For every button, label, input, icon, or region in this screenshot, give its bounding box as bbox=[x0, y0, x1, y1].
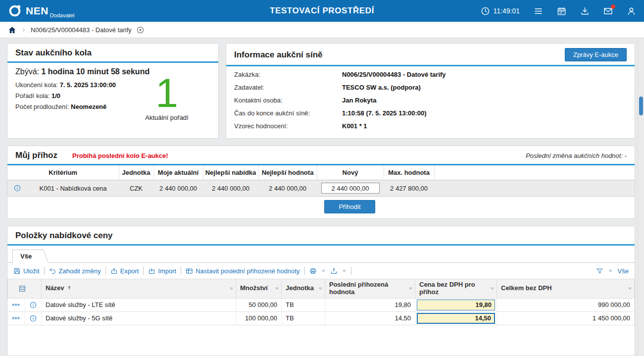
view-filter-label[interactable]: Vše bbox=[618, 267, 629, 275]
col-my-current: Moje aktuální bbox=[153, 165, 203, 180]
item-name: Datové služby - 5G sítě bbox=[42, 311, 236, 325]
toolbar-separator bbox=[44, 267, 45, 275]
filter-caret-icon[interactable] bbox=[275, 286, 279, 291]
last-change-note: Poslední změna aukčních hodnot: - bbox=[526, 152, 627, 159]
price-items-table: Název Množství Jednotka Poslední př bbox=[7, 279, 635, 325]
col-last-bid-value[interactable]: Poslední přihozená hodnota bbox=[325, 279, 415, 299]
batch-actions-icon[interactable] bbox=[8, 279, 42, 299]
col-price-excl-vat[interactable]: Cena bez DPH pro příhoz bbox=[415, 279, 497, 299]
row-menu-icon[interactable] bbox=[8, 311, 25, 325]
panel-title: Stav aukčního kola bbox=[15, 48, 92, 58]
auction-round-status-panel: Stav aukčního kola Zbývá: 1 hodina 10 mi… bbox=[7, 43, 219, 139]
bid-row: K001 - Nabídková cena CZK 2 440 000,00 2… bbox=[7, 180, 635, 197]
item-price-input[interactable] bbox=[417, 300, 495, 310]
new-bid-input[interactable] bbox=[321, 183, 380, 194]
contact-person-field: Kontaktní osoba: Jan Rokyta bbox=[234, 97, 627, 104]
toolbar-separator bbox=[304, 267, 305, 275]
auction-room-info-panel: Informace aukční síně Zprávy E-aukce Zak… bbox=[226, 43, 635, 139]
save-button[interactable]: Uložit bbox=[13, 267, 40, 275]
panel-title: Informace aukční síně bbox=[234, 50, 323, 60]
calendar-icon[interactable] bbox=[557, 6, 566, 16]
app-header: NEN Dodavatel TESTOVACÍ PROSTŘEDÍ 11:49:… bbox=[0, 0, 644, 22]
filter-icon[interactable] bbox=[596, 267, 603, 275]
filter-caret-icon[interactable] bbox=[628, 286, 632, 291]
evaluation-formula-field: Vzorec hodnocení: K001 * 1 bbox=[234, 122, 627, 130]
item-total: 990 000,00 bbox=[497, 298, 635, 311]
clock-icon bbox=[481, 6, 490, 16]
filter-caret-icon[interactable] bbox=[318, 286, 323, 291]
col-new: Nový bbox=[317, 165, 384, 180]
panel-title: Můj příhoz bbox=[15, 151, 57, 160]
mail-icon[interactable] bbox=[603, 6, 613, 16]
item-last-value: 19,80 bbox=[325, 298, 415, 311]
info-icon[interactable] bbox=[25, 298, 42, 311]
place-bid-button[interactable]: Přihodit bbox=[324, 200, 375, 213]
server-time: 11:49:01 bbox=[494, 7, 520, 15]
export-button[interactable]: Export bbox=[110, 267, 139, 275]
items-tab-row: Vše bbox=[7, 246, 635, 263]
contracting-authority-field: Zadavatel: TESCO SW a.s. (podpora) bbox=[234, 84, 627, 91]
toolbar-separator bbox=[143, 267, 144, 275]
current-rank: 1 Aktuální pořadí bbox=[127, 74, 206, 121]
item-price-input[interactable] bbox=[417, 313, 495, 324]
nen-logo-icon bbox=[8, 4, 22, 18]
tab-all[interactable]: Vše bbox=[12, 250, 42, 263]
user-icon[interactable] bbox=[627, 6, 636, 16]
brand-name: NEN bbox=[26, 6, 49, 16]
info-icon[interactable] bbox=[25, 311, 42, 325]
bid-max-value: 2 427 800,00 bbox=[384, 180, 434, 197]
item-quantity: 50 000,00 bbox=[236, 298, 282, 311]
table-row: Datové služby - LTE sítě 50 000,00 TB 19… bbox=[8, 298, 635, 311]
col-quantity[interactable]: Množství bbox=[236, 279, 282, 299]
col-name[interactable]: Název bbox=[42, 279, 236, 299]
bid-best-value: 2 440 000,00 bbox=[258, 180, 317, 197]
info-icon[interactable] bbox=[7, 180, 27, 197]
view-dropdown-icon[interactable] bbox=[608, 269, 613, 273]
current-rank-value: 1 bbox=[127, 74, 206, 112]
item-total: 1 450 000,00 bbox=[497, 311, 635, 325]
row-menu-icon[interactable] bbox=[8, 298, 25, 311]
breadcrumb: N006/25/V00004483 - Datové tarify bbox=[0, 22, 644, 38]
print-button[interactable] bbox=[309, 267, 317, 275]
server-clock: 11:49:01 bbox=[481, 6, 520, 16]
breadcrumb-item[interactable]: N006/25/V00004483 - Datové tarify bbox=[31, 26, 132, 34]
panel-title: Položky nabídkové ceny bbox=[15, 231, 113, 241]
col-filler bbox=[434, 165, 635, 180]
filter-caret-icon[interactable] bbox=[408, 286, 413, 291]
my-bid-panel: Můj příhoz Probíhá poslední kolo E-aukce… bbox=[7, 146, 635, 219]
set-last-bid-values-button[interactable]: Nastavit poslední přihozené hodnoty bbox=[186, 267, 299, 275]
item-unit: TB bbox=[282, 298, 325, 311]
home-icon[interactable] bbox=[8, 26, 16, 34]
auction-room-page: NEN Dodavatel TESTOVACÍ PROSTŘEDÍ 11:49:… bbox=[0, 0, 644, 356]
print-dropdown-icon[interactable] bbox=[321, 269, 326, 273]
contract-field: Zakázka: N006/25/V00004483 - Datové tari… bbox=[234, 71, 627, 78]
current-rank-label: Aktuální pořadí bbox=[127, 114, 206, 121]
item-unit: TB bbox=[282, 311, 325, 325]
item-quantity: 100 000,00 bbox=[236, 311, 282, 325]
item-name: Datové služby - LTE sítě bbox=[42, 298, 236, 311]
filter-caret-icon[interactable] bbox=[490, 286, 495, 291]
col-total-excl-vat[interactable]: Celkem bez DPH bbox=[497, 279, 635, 299]
bid-filler bbox=[434, 180, 635, 197]
import-button[interactable]: Import bbox=[148, 267, 176, 275]
items-toolbar: Uložit Zahodit změny Export Import bbox=[7, 263, 635, 279]
menu-icon[interactable] bbox=[534, 6, 543, 16]
col-max-value: Max. hodnota bbox=[384, 165, 434, 180]
table-row: Datové služby - 5G sítě 100 000,00 TB 14… bbox=[8, 311, 635, 325]
share-button[interactable] bbox=[330, 267, 338, 275]
bid-criterion: K001 - Nabídková cena bbox=[27, 180, 119, 197]
close-tab-icon[interactable] bbox=[136, 26, 145, 34]
discard-changes-button[interactable]: Zahodit změny bbox=[49, 267, 101, 275]
bid-best-offer: 2 440 000,00 bbox=[203, 180, 258, 197]
last-round-warning: Probíhá poslední kolo E-aukce! bbox=[72, 152, 168, 159]
col-criterion: Kritérium bbox=[7, 165, 119, 180]
eauction-messages-button[interactable]: Zprávy E-aukce bbox=[565, 48, 627, 61]
col-unit: Jednotka bbox=[119, 165, 153, 180]
download-icon[interactable] bbox=[580, 6, 590, 16]
col-unit[interactable]: Jednotka bbox=[282, 279, 325, 299]
filter-caret-icon[interactable] bbox=[229, 286, 234, 291]
nen-brand[interactable]: NEN Dodavatel bbox=[8, 4, 74, 18]
share-dropdown-icon[interactable] bbox=[342, 269, 347, 273]
bid-my-current: 2 440 000,00 bbox=[153, 180, 203, 197]
room-end-time-field: Čas do konce aukční síně: 1:10:58 (7. 5.… bbox=[234, 109, 627, 117]
